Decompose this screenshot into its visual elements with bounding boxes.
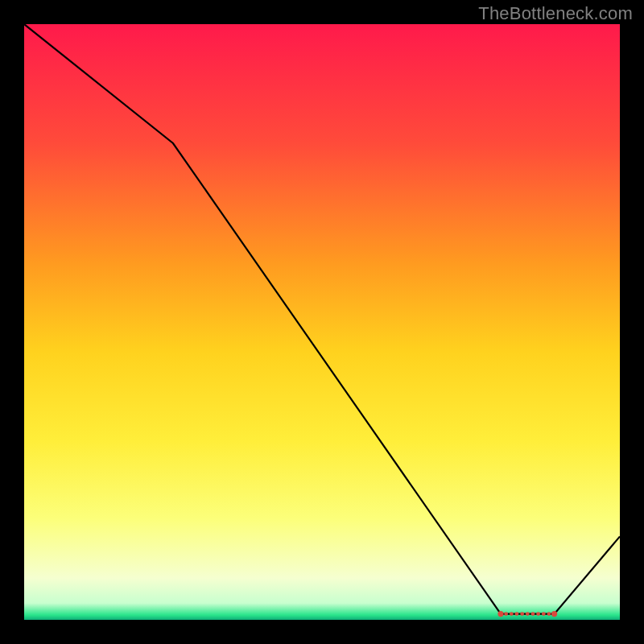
marker-dot [497, 611, 503, 617]
marker-dot [520, 612, 524, 616]
marker-dot [536, 612, 540, 616]
marker-dot [542, 612, 546, 616]
marker-dot [510, 612, 514, 616]
gradient-background [24, 24, 620, 620]
marker-dot [515, 612, 519, 616]
marker-dot [526, 612, 530, 616]
chart-svg [24, 24, 620, 620]
marker-dot [531, 612, 535, 616]
marker-dot [547, 612, 551, 616]
attribution-label: TheBottleneck.com [478, 3, 633, 24]
chart-frame: TheBottleneck.com [0, 0, 644, 644]
marker-dot [504, 612, 508, 616]
plot-area [24, 24, 620, 620]
marker-dot [551, 611, 557, 617]
